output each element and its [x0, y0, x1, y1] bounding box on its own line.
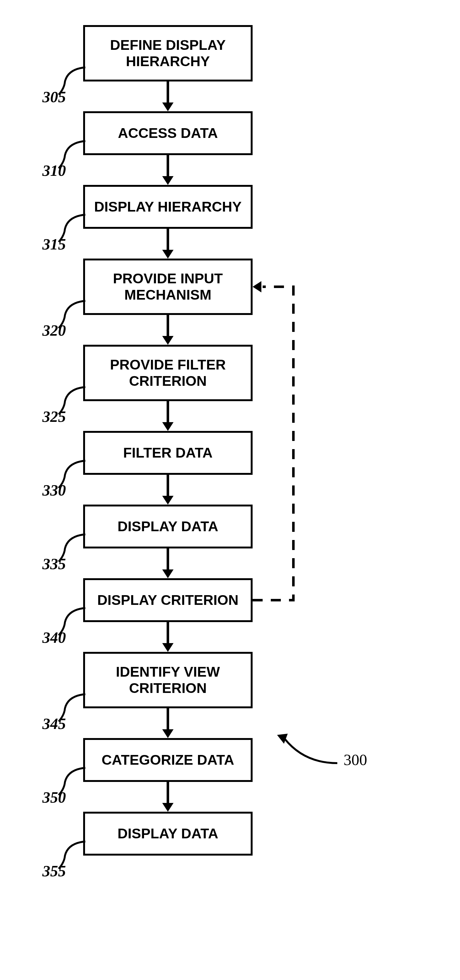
svg-marker-5: [162, 250, 174, 259]
ref-label-305: 305: [42, 88, 66, 106]
flowchart-canvas: DEFINE DISPLAY HIERARCHY 305 ACCESS DATA…: [0, 0, 460, 980]
flow-step-335: DISPLAY DATA: [83, 504, 252, 549]
arrow-330-to-335: [158, 475, 177, 506]
ref-label-340: 340: [42, 628, 66, 646]
svg-marker-15: [162, 643, 174, 652]
flow-step-355: DISPLAY DATA: [83, 812, 252, 856]
arrow-310-to-315: [158, 155, 177, 186]
ref-label-320: 320: [42, 321, 66, 339]
flow-step-345: IDENTIFY VIEW CRITERION: [83, 652, 252, 708]
flow-step-label: DISPLAY CRITERION: [97, 592, 238, 608]
ref-label-325: 325: [42, 407, 66, 426]
flow-step-label: IDENTIFY VIEW CRITERION: [116, 664, 220, 696]
arrow-315-to-320: [158, 229, 177, 260]
svg-marker-13: [162, 570, 174, 578]
arrow-350-to-355: [158, 782, 177, 813]
flow-step-340: DISPLAY CRITERION: [83, 578, 252, 622]
arrow-305-to-310: [158, 81, 177, 113]
arrow-325-to-330: [158, 401, 177, 432]
svg-marker-1: [162, 102, 174, 111]
flow-step-label: ACCESS DATA: [118, 125, 218, 142]
flow-step-label: DISPLAY DATA: [118, 519, 219, 535]
flow-step-label: PROVIDE INPUT MECHANISM: [113, 270, 223, 303]
flow-step-315: DISPLAY HIERARCHY: [83, 185, 252, 229]
ref-label-335: 335: [42, 555, 66, 573]
svg-marker-17: [162, 729, 174, 738]
svg-marker-21: [277, 733, 288, 744]
ref-label-310: 310: [42, 161, 66, 180]
flow-step-320: PROVIDE INPUT MECHANISM: [83, 259, 252, 315]
svg-marker-7: [162, 336, 174, 345]
flow-step-label: DEFINE DISPLAY HIERARCHY: [110, 37, 225, 70]
flow-step-label: FILTER DATA: [123, 445, 213, 461]
arrow-320-to-325: [158, 315, 177, 346]
svg-marker-11: [162, 496, 174, 504]
ref-label-330: 330: [42, 481, 66, 499]
flow-step-label: CATEGORIZE DATA: [102, 752, 234, 768]
arrow-345-to-350: [158, 708, 177, 739]
flow-step-label: DISPLAY HIERARCHY: [94, 199, 241, 215]
figure-ref-label: 300: [343, 751, 367, 769]
arrow-335-to-340: [158, 549, 177, 579]
flow-step-350: CATEGORIZE DATA: [83, 738, 252, 782]
svg-marker-9: [162, 422, 174, 431]
flow-step-label: PROVIDE FILTER CRITERION: [110, 356, 225, 389]
flow-step-label: DISPLAY DATA: [118, 826, 219, 842]
feedback-dashed-path: [249, 274, 306, 614]
flow-step-325: PROVIDE FILTER CRITERION: [83, 345, 252, 401]
flow-step-330: FILTER DATA: [83, 431, 252, 475]
svg-marker-20: [252, 281, 261, 293]
svg-marker-19: [162, 803, 174, 812]
figure-ref-pointer: [275, 729, 340, 767]
ref-label-350: 350: [42, 788, 66, 807]
ref-label-355: 355: [42, 862, 66, 880]
arrow-340-to-345: [158, 622, 177, 653]
ref-label-315: 315: [42, 235, 66, 253]
flow-step-310: ACCESS DATA: [83, 111, 252, 155]
flow-step-305: DEFINE DISPLAY HIERARCHY: [83, 25, 252, 81]
ref-label-345: 345: [42, 714, 66, 733]
svg-marker-3: [162, 176, 174, 185]
